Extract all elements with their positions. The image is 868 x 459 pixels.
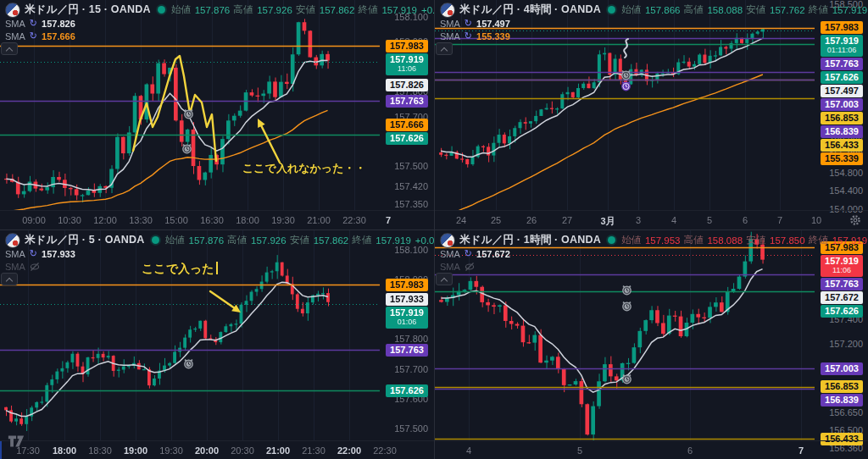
time-tick: 4 [466, 445, 471, 456]
time-tick: 16:30 [200, 215, 224, 225]
ohlc-value: 157.953 [645, 235, 681, 246]
price-level-label[interactable]: 157.763 [386, 95, 428, 108]
time-axis[interactable]: 4567 [435, 440, 868, 459]
price-level-label[interactable]: 157.626 [386, 132, 428, 145]
chart-panel-1h[interactable]: 米ドル／円 · 1時間 · OANDA 始値157.953高値158.088安値… [434, 230, 868, 459]
ohlc-value: 157.919 [832, 235, 868, 246]
ohlc-label: 高値 [227, 234, 247, 246]
price-level-label[interactable]: 157.626 [821, 71, 863, 84]
time-tick: 22:30 [342, 215, 366, 225]
market-open-dot [158, 6, 165, 14]
symbol-title[interactable]: 米ドル／円 · 1時間 · OANDA [459, 233, 601, 247]
drawing-squiggle[interactable] [620, 37, 633, 59]
collapse-indicators-button[interactable] [1, 273, 18, 285]
time-tick: 21:00 [307, 215, 331, 225]
ohlc-value: 158.088 [707, 235, 743, 246]
price-alert-icon[interactable] [620, 300, 633, 312]
sma-row-1[interactable]: SMA ↻ 157.933 [5, 247, 434, 260]
collapse-indicators-button[interactable] [436, 42, 453, 55]
time-tick: 27 [562, 215, 572, 225]
price-level-label[interactable]: 157.933 [386, 293, 428, 306]
price-alert-icon[interactable] [620, 373, 633, 385]
sma-row-2-hidden[interactable]: SMA [440, 260, 868, 273]
time-tick: 19:00 [124, 445, 147, 456]
chart-panel-5m[interactable]: 米ドル／円 · 5 · OANDA 始値157.876高値157.926安値15… [0, 230, 434, 459]
price-level-label[interactable]: 157.003 [821, 98, 863, 111]
price-alert-icon[interactable] [182, 108, 195, 120]
price-level-label[interactable]: 157.626 [821, 305, 863, 318]
price-level-label[interactable]: 157.003 [821, 362, 863, 375]
usdjpy-flag-icon [5, 233, 20, 248]
current-price-label[interactable]: 157.91911:06 [386, 53, 428, 75]
chart-panel-4h[interactable]: 米ドル／円 · 4時間 · OANDA 始値157.866高値158.088安値… [434, 0, 868, 230]
ohlc-label: 始値 [621, 3, 641, 16]
annotation-text[interactable]: ここで入れなかった・・ [242, 161, 365, 176]
ohlc-label: 安値 [746, 234, 765, 246]
time-tick: 21:00 [266, 445, 290, 456]
price-level-label[interactable]: 157.763 [386, 344, 428, 357]
ohlc-value: 157.919 [381, 5, 417, 15]
time-tick: 5 [707, 215, 712, 225]
symbol-title[interactable]: 米ドル／円 · 15 · OANDA [25, 3, 151, 17]
time-tick: 5 [577, 445, 582, 456]
price-alert-icon[interactable] [181, 142, 193, 155]
sma-value: 157.826 [42, 19, 75, 29]
price-level-label[interactable]: 157.497 [821, 85, 863, 97]
annotation-text-input[interactable]: ここで入った [142, 262, 218, 277]
price-level-label[interactable]: 157.666 [386, 119, 428, 131]
ohlc-value: 158.088 [707, 5, 743, 15]
sma-label: SMA [5, 262, 25, 272]
sma-row-2[interactable]: SMA ↻ 157.666 [5, 30, 434, 42]
price-tick: 157.200 [829, 339, 863, 349]
symbol-title[interactable]: 米ドル／円 · 5 · OANDA [25, 233, 145, 247]
time-tick: 6 [687, 445, 693, 456]
price-alert-icon[interactable] [620, 80, 632, 92]
price-level-label[interactable]: 156.839 [821, 394, 863, 406]
collapse-indicators-button[interactable] [1, 42, 18, 55]
sma-row-1[interactable]: SMA ↻ 157.672 [440, 247, 868, 260]
time-axis[interactable]: 09:0010:3012:0013:3015:0016:3018:0019:30… [0, 210, 434, 230]
symbol-title[interactable]: 米ドル／円 · 4時間 · OANDA [459, 3, 601, 17]
price-level-label[interactable]: 156.853 [821, 112, 863, 124]
price-level-label[interactable]: 157.983 [386, 279, 428, 291]
price-level-label[interactable]: 157.826 [386, 79, 428, 91]
current-price-label[interactable]: 157.91901:06 [386, 307, 428, 329]
chart-panel-15m[interactable]: 米ドル／円 · 15 · OANDA 始値157.876高値157.926安値1… [0, 0, 434, 230]
axis-settings-gear-icon[interactable] [849, 214, 861, 226]
sma-label: SMA [440, 262, 460, 272]
time-tick: 4 [671, 215, 676, 225]
sma-row-2[interactable]: SMA ↻ 155.339 [440, 30, 868, 42]
price-level-label[interactable]: 157.626 [386, 384, 428, 397]
price-level-label[interactable]: 157.672 [821, 291, 863, 304]
price-level-label[interactable]: 156.839 [821, 125, 863, 138]
tradingview-logo[interactable] [5, 434, 27, 448]
eye-off-icon [465, 262, 475, 272]
text-cursor [216, 262, 218, 274]
sma-row-1[interactable]: SMA ↻ 157.497 [440, 17, 868, 30]
time-tick: 10 [811, 215, 821, 225]
price-tick: 156.650 [829, 407, 863, 418]
price-level-label[interactable]: 157.763 [821, 278, 863, 290]
ohlc-value: 157.866 [645, 5, 681, 15]
price-level-label[interactable]: 155.339 [821, 152, 863, 165]
time-tick: 09:00 [22, 215, 46, 225]
price-alert-icon[interactable] [182, 357, 195, 370]
ohlc-value: 157.862 [314, 235, 349, 246]
time-axis[interactable]: 242526273月3456710 [435, 210, 868, 230]
price-tick: 157.420 [394, 181, 428, 191]
price-level-label[interactable]: 157.763 [821, 58, 863, 70]
sma-row-2-hidden[interactable]: SMA [5, 260, 434, 273]
usdjpy-flag-icon [440, 233, 455, 248]
ohlc-value: 157.919 [376, 235, 411, 246]
indicator-icon: ↻ [465, 248, 472, 259]
time-axis[interactable]: 17:3018:0018:3019:0019:3020:0020:3021:00… [0, 440, 434, 459]
time-tick: 18:30 [88, 445, 112, 456]
price-level-label[interactable]: 156.433 [821, 139, 863, 152]
ohlc-label: 安値 [296, 3, 315, 16]
sma-label: SMA [5, 31, 25, 41]
price-alert-icon[interactable] [620, 284, 633, 296]
sma-row-1[interactable]: SMA ↻ 157.826 [5, 17, 434, 30]
collapse-indicators-button[interactable] [436, 273, 453, 285]
change-readout: +0.044 (+0.03%) [415, 235, 434, 246]
price-level-label[interactable]: 156.853 [821, 380, 863, 393]
